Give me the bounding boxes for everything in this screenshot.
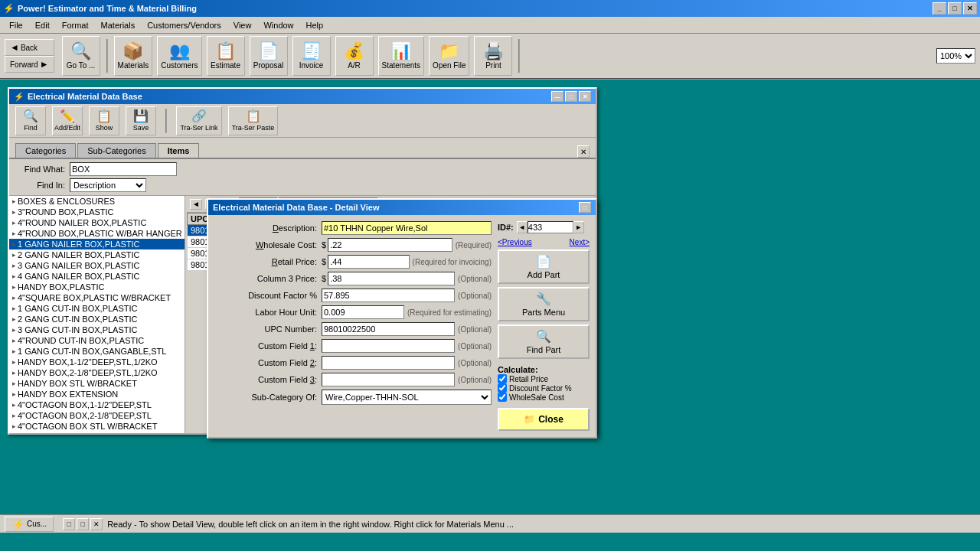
category-list[interactable]: ▸BOXES & ENCLOSURES▸3"ROUND BOX,PLASTIC▸… bbox=[9, 196, 185, 433]
forward-button[interactable]: Forward ► bbox=[5, 56, 54, 73]
grid-prev-btn[interactable]: ◄ bbox=[190, 199, 202, 210]
upc-input[interactable] bbox=[322, 322, 455, 336]
ar-button[interactable]: 💰 A/R bbox=[335, 36, 374, 76]
goto-button[interactable]: 🔍 Go To ... bbox=[62, 36, 100, 76]
menu-window[interactable]: Window bbox=[257, 19, 299, 31]
task-ctrl-1[interactable]: □ bbox=[63, 518, 75, 530]
tab-categories[interactable]: Categories bbox=[15, 143, 76, 158]
next-btn[interactable]: Next> bbox=[570, 238, 590, 246]
db-save-btn[interactable]: 💾 Save bbox=[126, 106, 156, 135]
wholesale-input[interactable] bbox=[328, 238, 452, 252]
statements-button[interactable]: 📊 Statements bbox=[378, 36, 425, 76]
category-item[interactable]: ▸4 GANG NAILER BOX,PLASTIC bbox=[9, 271, 185, 282]
calc-wholesale-check[interactable] bbox=[498, 393, 507, 402]
restore-btn[interactable]: □ bbox=[948, 2, 962, 15]
category-item[interactable]: ▸4"OCTAGON BOX,2-1/8"DEEP,STL bbox=[9, 410, 185, 421]
custom1-input[interactable] bbox=[322, 339, 455, 353]
id-input[interactable] bbox=[528, 221, 573, 233]
category-item[interactable]: ▸1 GANG CUT-IN BOX,PLASTIC bbox=[9, 303, 185, 314]
find-in-select[interactable]: Description UPC ID# bbox=[70, 178, 146, 192]
category-item[interactable]: ▸4"ROUND NAILER BOX,PLASTIC bbox=[9, 217, 185, 228]
menu-view[interactable]: View bbox=[227, 19, 258, 31]
detail-window-title: Electrical Material Data Base - Detail V… bbox=[208, 200, 596, 215]
title-bar-controls[interactable]: _ □ ✕ bbox=[933, 2, 977, 15]
previous-btn[interactable]: <Previous bbox=[498, 238, 532, 246]
tab-subcategories[interactable]: Sub-Categories bbox=[77, 143, 155, 158]
subcategory-select[interactable]: Wire,Copper-THHN-SOL Wire,Copper-THHN-ST… bbox=[322, 390, 492, 405]
close-btn[interactable]: ✕ bbox=[963, 2, 977, 15]
menu-materials[interactable]: Materials bbox=[95, 19, 142, 31]
find-what-input[interactable] bbox=[70, 162, 177, 176]
category-item[interactable]: ▸3"OCTAGON BOX,STL bbox=[9, 432, 185, 433]
menu-file[interactable]: File bbox=[3, 19, 29, 31]
db-show-btn[interactable]: 📋 Show bbox=[89, 106, 119, 135]
close-detail-btn[interactable]: 📁 Close bbox=[498, 408, 590, 431]
category-item[interactable]: ▸3 GANG CUT-IN BOX,PLASTIC bbox=[9, 324, 185, 335]
category-item[interactable]: ▸2 GANG NAILER BOX,PLASTIC bbox=[9, 249, 185, 260]
taskbar-cus-btn[interactable]: ⚡ Cus... bbox=[5, 517, 54, 532]
zoom-select[interactable]: 100% bbox=[936, 48, 975, 64]
task-controls[interactable]: □ □ ✕ bbox=[63, 518, 103, 530]
category-item[interactable]: ▸1 GANG NAILER BOX,PLASTIC bbox=[9, 239, 185, 249]
zoom-control[interactable]: 100% bbox=[936, 48, 975, 64]
category-item[interactable]: ▸3"ROUND BOX,PLASTIC bbox=[9, 207, 185, 217]
category-item[interactable]: ▸HANDY BOX STL W/BRACKET bbox=[9, 378, 185, 389]
retail-input[interactable] bbox=[328, 255, 409, 269]
custom2-input[interactable] bbox=[322, 356, 455, 370]
detail-maximize-btn[interactable]: □ bbox=[579, 202, 591, 213]
db-find-btn[interactable]: 🔍 Find bbox=[15, 106, 46, 135]
db-addedit-btn[interactable]: ✏️ Add/Edit bbox=[52, 106, 83, 135]
calc-wholesale-label: WholeSale Cost bbox=[509, 393, 564, 402]
category-item[interactable]: ▸2 GANG CUT-IN BOX,PLASTIC bbox=[9, 314, 185, 324]
print-button[interactable]: 🖨️ Print bbox=[474, 36, 512, 76]
db-close-btn[interactable]: ✕ bbox=[579, 91, 591, 102]
open-file-button[interactable]: 📁 Open File bbox=[429, 36, 469, 76]
description-input[interactable] bbox=[322, 221, 492, 235]
id-prev-btn[interactable]: ◄ bbox=[517, 221, 528, 233]
menu-customers-vendors[interactable]: Customers/Vendors bbox=[141, 19, 227, 31]
add-part-btn[interactable]: 📄 Add Part bbox=[498, 249, 590, 284]
find-close-btn[interactable]: ✕ bbox=[577, 145, 590, 158]
task-ctrl-2[interactable]: □ bbox=[77, 518, 89, 530]
db-traserpaste-btn[interactable]: 📋 Tra-Ser Paste bbox=[228, 106, 278, 135]
category-item[interactable]: ▸4"ROUND CUT-IN BOX,PLASTIC bbox=[9, 335, 185, 346]
calc-discount-check[interactable] bbox=[498, 383, 507, 393]
category-item[interactable]: ▸3 GANG NAILER BOX,PLASTIC bbox=[9, 260, 185, 271]
materials-button[interactable]: 📦 Materials bbox=[114, 36, 153, 76]
find-panel: Find What: Find In: Description UPC ID# bbox=[9, 159, 596, 196]
db-maximize-btn[interactable]: □ bbox=[565, 91, 577, 102]
db-minimize-btn[interactable]: — bbox=[551, 91, 564, 102]
category-item[interactable]: ▸BOXES & ENCLOSURES bbox=[9, 196, 185, 207]
category-item[interactable]: ▸HANDY BOX,PLASTIC bbox=[9, 282, 185, 292]
parts-menu-btn[interactable]: 🔧 Parts Menu bbox=[498, 287, 590, 321]
labor-input[interactable] bbox=[322, 305, 404, 319]
id-next-btn[interactable]: ► bbox=[573, 221, 584, 233]
category-item[interactable]: ▸4"OCTAGON BOX,1-1/2"DEEP,STL bbox=[9, 399, 185, 410]
category-item[interactable]: ▸HANDY BOX,1-1/2"DEEP,STL,1/2KO bbox=[9, 357, 185, 367]
proposal-button[interactable]: 📄 Proposal bbox=[250, 36, 288, 76]
calc-retail-check[interactable] bbox=[498, 374, 507, 383]
category-item[interactable]: ▸4"ROUND BOX,PLASTIC W/BAR HANGER bbox=[9, 228, 185, 239]
category-item[interactable]: ▸HANDY BOX EXTENSION bbox=[9, 389, 185, 399]
minimize-btn[interactable]: _ bbox=[933, 2, 946, 15]
category-item[interactable]: ▸1 GANG CUT-IN BOX,GANGABLE,STL bbox=[9, 346, 185, 357]
back-button[interactable]: ◄ Back bbox=[5, 39, 54, 56]
estimate-button[interactable]: 📋 Estimate bbox=[207, 36, 245, 76]
category-item[interactable]: ▸4"OCTAGON BOX STL W/BRACKET bbox=[9, 421, 185, 432]
menu-help[interactable]: Help bbox=[300, 19, 330, 31]
task-ctrl-3[interactable]: ✕ bbox=[90, 518, 103, 530]
category-item[interactable]: ▸HANDY BOX,2-1/8"DEEP,STL,1/2KO bbox=[9, 367, 185, 378]
category-item[interactable]: ▸4"SQUARE BOX,PLASTIC W/BRACKET bbox=[9, 292, 185, 303]
db-traserlink-btn[interactable]: 🔗 Tra-Ser Link bbox=[176, 106, 222, 135]
tab-items[interactable]: Items bbox=[158, 143, 200, 158]
col3-input[interactable] bbox=[328, 272, 455, 285]
menu-edit[interactable]: Edit bbox=[29, 19, 56, 31]
find-part-btn[interactable]: 🔍 Find Part bbox=[498, 324, 590, 359]
discount-input[interactable] bbox=[322, 289, 455, 302]
invoice-button[interactable]: 🧾 Invoice bbox=[292, 36, 331, 76]
menu-format[interactable]: Format bbox=[56, 19, 95, 31]
id-nav[interactable]: ◄ ► bbox=[517, 221, 584, 233]
custom3-input[interactable] bbox=[322, 373, 455, 386]
db-window-controls[interactable]: — □ ✕ bbox=[551, 91, 591, 102]
customers-button[interactable]: 👥 Customers bbox=[157, 36, 201, 76]
